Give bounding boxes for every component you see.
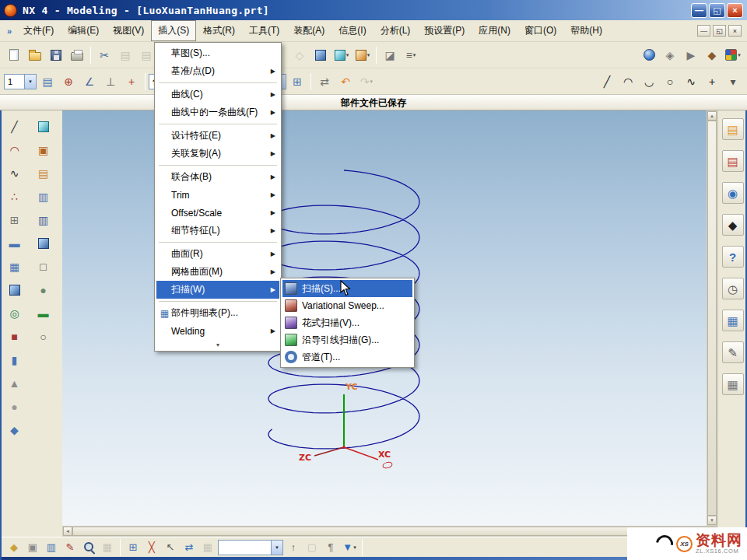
web-browser-ball-icon[interactable]: ◉ xyxy=(722,182,744,204)
render-style-icon[interactable]: ▾ xyxy=(352,45,373,65)
line-tool-icon[interactable]: ╱ xyxy=(5,117,25,137)
cone-icon[interactable]: ▲ xyxy=(5,373,25,394)
combo-arrow-icon[interactable]: ▼ xyxy=(24,75,36,89)
snap-point-icon[interactable]: ◆ xyxy=(5,539,23,556)
elearning-icon[interactable]: ◆ xyxy=(722,214,744,236)
save-icon[interactable] xyxy=(46,45,66,65)
sketch-tool-icon[interactable]: ▦ xyxy=(5,257,25,277)
solids-icon[interactable] xyxy=(33,233,54,254)
part-navigator-icon[interactable]: ▦ xyxy=(722,310,744,331)
open-icon[interactable] xyxy=(25,45,45,65)
circle-icon[interactable]: ○ xyxy=(660,72,680,92)
catalog-icon[interactable]: ▥ xyxy=(33,210,54,230)
three-point-arc-icon[interactable]: ◡ xyxy=(639,72,659,92)
menu-item-trim[interactable]: Trim▶ xyxy=(156,186,279,204)
find-icon[interactable] xyxy=(80,539,97,556)
more-curves-icon[interactable]: ▾ xyxy=(723,72,743,92)
menu-view[interactable]: 视图(V) xyxy=(106,20,151,41)
line-icon[interactable]: ╱ xyxy=(597,72,617,92)
history-icon[interactable]: ◷ xyxy=(722,278,744,299)
point-icon[interactable]: + xyxy=(702,72,722,92)
macro-play-icon[interactable]: ▶ xyxy=(681,45,701,65)
script-icon[interactable]: ◈ xyxy=(660,45,680,65)
arc-icon[interactable]: ◠ xyxy=(618,72,638,92)
swap-view-icon[interactable]: ⇄ xyxy=(181,539,198,556)
expand-window-icon[interactable]: ↖ xyxy=(162,539,179,556)
layer-settings-icon[interactable]: ▤ xyxy=(33,163,54,184)
menu-item-offset-scale[interactable]: Offset/Scale▶ xyxy=(156,204,279,222)
roles-icon[interactable]: ▾ xyxy=(723,45,743,65)
scroll-left-icon[interactable]: ◄ xyxy=(63,527,72,536)
menu-item-welding[interactable]: Welding▶ xyxy=(156,322,279,340)
clip-icon[interactable]: ¶ xyxy=(322,539,339,556)
menu-item-mesh-surface[interactable]: 网格曲面(M)▶ xyxy=(156,263,279,281)
vertical-scroll-thumb[interactable] xyxy=(707,121,717,516)
menu-edit[interactable]: 编辑(E) xyxy=(61,20,106,41)
snapshot-icon[interactable]: ▣ xyxy=(33,140,54,160)
menu-format[interactable]: 格式(R) xyxy=(196,20,242,41)
menu-preferences[interactable]: 预设置(P) xyxy=(417,20,472,41)
submenu-item-sweep-along-guide[interactable]: 沿导引线扫描(G)... xyxy=(282,331,412,348)
spline-tool-icon[interactable]: ∿ xyxy=(5,163,25,184)
close-button[interactable]: × xyxy=(727,3,743,18)
cylinder-icon[interactable]: ▮ xyxy=(5,350,25,370)
assembly-navigator-icon[interactable]: ▤ xyxy=(722,118,744,140)
child-minimize-button[interactable]: — xyxy=(697,25,710,37)
target-down-icon[interactable]: ▼▾ xyxy=(341,539,358,556)
menu-application[interactable]: 应用(N) xyxy=(472,20,517,41)
submenu-item-styled-sweep[interactable]: 花式扫描(V)... xyxy=(282,314,412,331)
menu-item-surface[interactable]: 曲面(R)▶ xyxy=(156,245,279,263)
annotate-icon[interactable]: ✎ xyxy=(61,539,79,556)
scroll-up-icon[interactable]: ▲ xyxy=(707,111,717,121)
roles-pencil-icon[interactable]: ✎ xyxy=(722,341,744,363)
layer-dropdown[interactable]: 1▼ xyxy=(4,74,37,89)
wcs-display-icon[interactable]: ○ xyxy=(33,327,54,347)
add-to-selection-icon[interactable]: ⊞ xyxy=(287,72,307,92)
horizontal-scroll-thumb[interactable] xyxy=(72,527,707,536)
new-icon[interactable] xyxy=(4,45,24,65)
ball-tool-icon[interactable]: ● xyxy=(33,280,54,300)
menu-window[interactable]: 窗口(O) xyxy=(517,20,563,41)
menu-insert[interactable]: 插入(S) xyxy=(151,20,196,41)
menu-item-design-feature[interactable]: 设计特征(E)▶ xyxy=(156,127,279,145)
menu-analysis[interactable]: 分析(L) xyxy=(374,20,418,41)
section-icon[interactable]: ◪ xyxy=(380,45,400,65)
print-icon[interactable] xyxy=(67,45,87,65)
vertical-scrollbar[interactable]: ▲ ▼ xyxy=(707,110,717,526)
web-browser-icon[interactable] xyxy=(639,45,659,65)
menu-assemblies[interactable]: 装配(A) xyxy=(286,20,331,41)
horizontal-scrollbar[interactable]: ◄ ► xyxy=(62,526,717,537)
up-one-level-icon[interactable]: ↑ xyxy=(285,539,302,556)
scroll-down-icon[interactable]: ▼ xyxy=(707,516,717,525)
shaded-view-icon[interactable] xyxy=(310,45,331,65)
menu-item-detail-feature[interactable]: 细节特征(L)▶ xyxy=(156,222,279,240)
library-icon[interactable]: ▥ xyxy=(33,187,54,207)
block-icon[interactable]: ■ xyxy=(5,327,25,347)
extrude-icon[interactable] xyxy=(5,280,25,300)
snap-angle-icon[interactable]: ∠ xyxy=(79,72,100,92)
system-scene-icon[interactable]: ▦ xyxy=(722,373,744,395)
wcs-dynamics-icon[interactable]: ⊕ xyxy=(58,72,79,92)
child-close-button[interactable]: × xyxy=(728,25,742,37)
child-restore-button[interactable]: ◱ xyxy=(713,25,726,37)
studio-spline-icon[interactable]: ∿ xyxy=(681,72,701,92)
menu-item-datum-point[interactable]: 基准/点(D)▶ xyxy=(156,62,279,80)
cut-icon[interactable]: ✂ xyxy=(94,45,114,65)
layout-icon[interactable]: ≡▾ xyxy=(401,45,421,65)
sphere-icon[interactable]: ● xyxy=(5,397,25,417)
triad-origin[interactable] xyxy=(342,446,345,449)
minimize-button[interactable]: — xyxy=(691,3,707,18)
menu-item-sweep[interactable]: 扫描(W)▶ xyxy=(156,281,279,299)
wireframe-cube-icon[interactable]: □ xyxy=(33,257,54,277)
move-object-icon[interactable]: ⇄ xyxy=(314,72,335,92)
menu-information[interactable]: 信息(I) xyxy=(331,20,373,41)
component-add-icon[interactable]: ⊞ xyxy=(124,539,142,556)
end-point-snap-icon[interactable]: ▣ xyxy=(24,539,41,556)
materials-icon[interactable]: ◆ xyxy=(702,45,722,65)
datum-grid-icon[interactable]: ⊞ xyxy=(5,210,25,230)
menu-item-curve-from-curve[interactable]: 曲线中的一条曲线(F)▶ xyxy=(156,103,279,121)
arc-tool-icon[interactable]: ◠ xyxy=(5,140,25,160)
menu-help[interactable]: 帮助(H) xyxy=(563,20,609,41)
menu-item-curve[interactable]: 曲线(C)▶ xyxy=(156,86,279,103)
restore-button[interactable]: ◱ xyxy=(709,3,725,18)
